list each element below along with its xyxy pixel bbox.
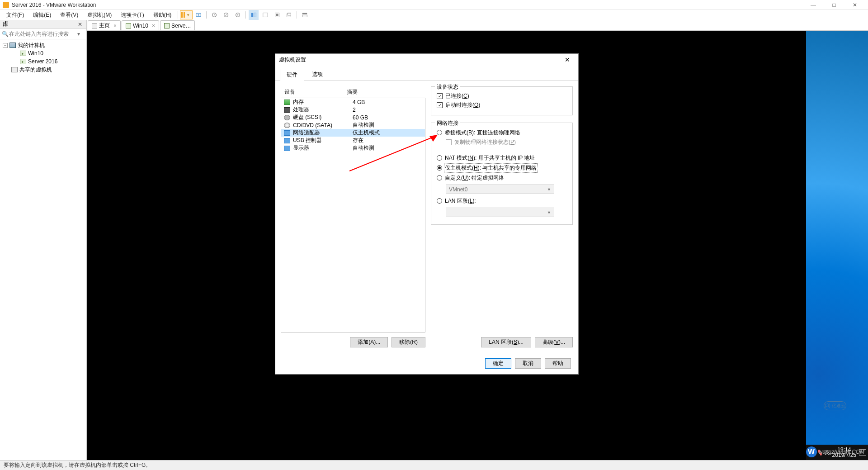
- library-panel: 库 ✕ 🔍 ▾ − 我的计算机 Win10 Server 2016: [0, 20, 87, 460]
- checkbox-label: 复制物理网络连接状态(P): [454, 138, 516, 146]
- host-only-radio[interactable]: 仅主机模式(H): 与主机共享的专用网络: [437, 163, 567, 173]
- tree-node-shared[interactable]: 共享的虚拟机: [1, 66, 85, 74]
- device-icon: [284, 107, 290, 113]
- library-header: 库 ✕: [0, 20, 86, 29]
- tab-server2016[interactable]: Serve…: [160, 20, 195, 30]
- window-title: Server 2016 - VMware Workstation: [12, 2, 803, 8]
- menu-view[interactable]: 查看(V): [56, 10, 83, 20]
- connected-checkbox[interactable]: ✓ 已连接(C): [437, 91, 567, 100]
- hardware-row[interactable]: USB 控制器存在: [281, 137, 425, 144]
- dialog-footer: 确定 取消 帮助: [275, 353, 578, 374]
- svg-rect-13: [302, 13, 307, 14]
- device-icon: [284, 123, 290, 128]
- svg-point-5: [237, 14, 239, 16]
- device-name: USB 控制器: [293, 137, 350, 144]
- menu-vm[interactable]: 虚拟机(M): [83, 10, 116, 20]
- hardware-row[interactable]: 硬盘 (SCSI)60 GB: [281, 114, 425, 121]
- device-summary: 2: [353, 107, 356, 113]
- help-button[interactable]: 帮助: [545, 358, 571, 369]
- library-close-icon[interactable]: ✕: [76, 21, 84, 28]
- thumbnail-icon[interactable]: [249, 10, 259, 20]
- advanced-button[interactable]: 高级(V)...: [535, 337, 573, 347]
- separator: [206, 11, 207, 19]
- device-summary: 自动检测: [353, 144, 374, 152]
- device-icon: [284, 100, 290, 105]
- add-hardware-button[interactable]: 添加(A)...: [350, 337, 388, 347]
- menu-edit[interactable]: 编辑(E): [28, 10, 56, 20]
- tab-home[interactable]: 主页 ×: [88, 20, 121, 30]
- snapshot-icon[interactable]: [209, 10, 219, 20]
- unity-icon[interactable]: [284, 10, 294, 20]
- close-button[interactable]: ✕: [844, 0, 865, 10]
- dialog-body: 设备 摘要 内存4 GB处理器2硬盘 (SCSI)60 GBCD/DVD (SA…: [275, 81, 578, 353]
- custom-radio[interactable]: 自定义(U): 特定虚拟网络: [437, 173, 567, 183]
- menu-tabs[interactable]: 选项卡(T): [116, 10, 148, 20]
- nat-radio[interactable]: NAT 模式(N): 用于共享主机的 IP 地址: [437, 153, 567, 163]
- svg-rect-6: [251, 13, 253, 17]
- tree-node-my-computer[interactable]: − 我的计算机: [1, 41, 85, 49]
- radio-label: NAT 模式(N): 用于共享主机的 IP 地址: [445, 154, 535, 162]
- library-search: 🔍 ▾: [0, 29, 86, 39]
- guest-desktop: [806, 31, 868, 460]
- device-name: 网络适配器: [293, 129, 350, 137]
- appliance-view-icon[interactable]: [260, 10, 270, 20]
- tree-node-server2016[interactable]: Server 2016: [1, 57, 85, 66]
- hardware-row[interactable]: 显示器自动检测: [281, 144, 425, 152]
- library-tree: − 我的计算机 Win10 Server 2016 共享的虚拟机: [0, 39, 86, 76]
- svg-rect-7: [254, 13, 256, 17]
- cancel-button[interactable]: 取消: [515, 358, 541, 369]
- tab-label: Win10: [133, 23, 148, 29]
- hardware-row[interactable]: CD/DVD (SATA)自动检测: [281, 121, 425, 129]
- tab-hardware[interactable]: 硬件: [280, 69, 304, 81]
- power-button-group[interactable]: ▼: [180, 10, 193, 19]
- bridged-radio[interactable]: 桥接模式(B): 直接连接物理网络: [437, 128, 567, 138]
- tab-win10[interactable]: Win10 ×: [122, 20, 159, 30]
- dialog-close-button[interactable]: ✕: [560, 55, 575, 65]
- minimize-button[interactable]: —: [803, 0, 824, 10]
- tab-close-icon[interactable]: ×: [113, 23, 117, 29]
- tab-options[interactable]: 选项: [305, 68, 330, 81]
- collapse-icon[interactable]: −: [3, 43, 8, 48]
- hardware-list-buttons: 添加(A)... 移除(R): [281, 337, 425, 347]
- menu-file[interactable]: 文件(F): [2, 10, 28, 20]
- radio-icon: [437, 130, 442, 135]
- remove-hardware-button[interactable]: 移除(R): [392, 337, 425, 347]
- vm-viewport[interactable]: ▚ 英 19:14 2019/7/25 (3) 亿速云 虚拟机设置 ✕ 硬件 选…: [87, 31, 868, 460]
- revert-icon[interactable]: [221, 10, 231, 20]
- content-area: 主页 × Win10 × Serve… ▚ 英 19:14 2019/7/25: [87, 20, 868, 460]
- device-icon: [284, 138, 290, 143]
- search-dropdown-icon[interactable]: ▾: [77, 31, 85, 37]
- snapshot-icon[interactable]: [193, 10, 203, 20]
- manage-icon[interactable]: [233, 10, 243, 20]
- checkbox-icon: ✓: [437, 102, 443, 108]
- ok-button[interactable]: 确定: [485, 358, 511, 369]
- menu-help[interactable]: 帮助(H): [149, 10, 176, 20]
- statusbar-text: 要将输入定向到该虚拟机，请在虚拟机内部单击或按 Ctrl+G。: [4, 461, 151, 469]
- hardware-list[interactable]: 内存4 GB处理器2硬盘 (SCSI)60 GBCD/DVD (SATA)自动检…: [281, 98, 425, 332]
- tab-close-icon[interactable]: ×: [152, 23, 155, 29]
- device-name: 处理器: [293, 106, 350, 114]
- hardware-row[interactable]: 内存4 GB: [281, 98, 425, 106]
- fullscreen-icon[interactable]: [272, 10, 282, 20]
- tree-label: Win10: [28, 50, 43, 57]
- vm-icon: [20, 51, 26, 56]
- lan-segment-select: ▼: [446, 208, 554, 217]
- connect-at-power-checkbox[interactable]: ✓ 启动时连接(O): [437, 100, 567, 109]
- hardware-detail-panel: 设备状态 ✓ 已连接(C) ✓ 启动时连接(O) 网络连接: [431, 86, 573, 347]
- checkbox-icon: [446, 139, 452, 145]
- hardware-row[interactable]: 处理器2: [281, 106, 425, 114]
- device-summary: 60 GB: [353, 114, 368, 121]
- hardware-row[interactable]: 网络适配器仅主机模式: [281, 129, 425, 137]
- statusbar: 要将输入定向到该虚拟机，请在虚拟机内部单击或按 Ctrl+G。: [0, 460, 868, 470]
- tree-node-win10[interactable]: Win10: [1, 49, 85, 57]
- vmnet-select: VMnet0 ▼: [446, 185, 554, 194]
- maximize-button[interactable]: □: [824, 0, 844, 10]
- vm-settings-dialog: 虚拟机设置 ✕ 硬件 选项 设备 摘要 内存4 GB处理器2硬盘 (SCSI)6…: [275, 53, 579, 375]
- lan-segment-radio[interactable]: LAN 区段(L):: [437, 196, 567, 206]
- device-name: 内存: [293, 98, 350, 106]
- search-input[interactable]: [9, 31, 77, 37]
- library-icon[interactable]: [300, 10, 310, 20]
- watermark-text: wangzhanshi.COM: [819, 449, 864, 455]
- device-summary: 自动检测: [353, 121, 374, 129]
- lan-segments-button[interactable]: LAN 区段(S)...: [481, 337, 531, 347]
